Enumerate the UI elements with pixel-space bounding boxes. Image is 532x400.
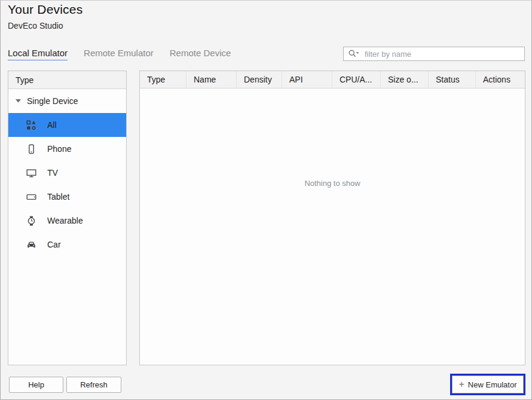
search-icon: [348, 49, 360, 59]
sidebar-item-wearable[interactable]: Wearable: [8, 209, 126, 233]
sidebar-item-label: Wearable: [47, 216, 83, 225]
sidebar-item-label: Car: [47, 240, 61, 249]
new-emulator-focus-ring: + New Emulator: [450, 374, 525, 395]
column-header-size[interactable]: Size o...: [381, 71, 429, 88]
tree-group-label: Single Device: [27, 96, 78, 106]
type-column-header: Type: [8, 71, 126, 89]
sidebar-item-tablet[interactable]: Tablet: [8, 185, 126, 209]
column-header-status[interactable]: Status: [429, 71, 476, 88]
car-icon: [26, 240, 36, 250]
new-emulator-label: New Emulator: [468, 380, 517, 389]
device-table-panel: Type Name Density API CPU/A... Size o...…: [139, 71, 525, 365]
sidebar-item-phone[interactable]: Phone: [8, 137, 126, 161]
sidebar-item-label: TV: [47, 168, 58, 178]
new-emulator-button[interactable]: + New Emulator: [452, 375, 524, 393]
sidebar-item-label: All: [47, 120, 57, 130]
sidebar-item-all[interactable]: All: [8, 113, 126, 137]
tab-local-emulator[interactable]: Local Emulator: [8, 48, 68, 60]
column-header-type[interactable]: Type: [140, 71, 186, 88]
plus-icon: +: [459, 380, 464, 389]
filter-by-name-input[interactable]: [360, 47, 524, 60]
tab-bar: Local Emulator Remote Emulator Remote De…: [8, 48, 231, 60]
tab-remote-device[interactable]: Remote Device: [170, 48, 231, 60]
wearable-icon: [26, 216, 36, 226]
column-header-cpu-abi[interactable]: CPU/A...: [332, 71, 381, 88]
page-subtitle: DevEco Studio: [8, 21, 63, 30]
table-header-row: Type Name Density API CPU/A... Size o...…: [140, 71, 525, 88]
sidebar-item-label: Tablet: [47, 192, 69, 201]
empty-table-message: Nothing to show: [140, 179, 525, 188]
your-devices-dialog: Your Devices DevEco Studio Local Emulato…: [0, 0, 532, 400]
chevron-down-icon[interactable]: [16, 99, 22, 103]
phone-icon: [26, 144, 36, 154]
help-button[interactable]: Help: [9, 377, 63, 393]
filter-search-box: [343, 47, 525, 61]
tree-group-single-device[interactable]: Single Device: [8, 89, 126, 113]
refresh-button[interactable]: Refresh: [66, 377, 121, 393]
tab-remote-emulator[interactable]: Remote Emulator: [84, 48, 154, 60]
tv-icon: [26, 168, 36, 178]
column-header-actions[interactable]: Actions: [476, 71, 525, 88]
sidebar-item-label: Phone: [47, 144, 71, 154]
column-header-api[interactable]: API: [282, 71, 332, 88]
column-header-name[interactable]: Name: [186, 71, 237, 88]
page-title: Your Devices: [8, 2, 82, 17]
sidebar-item-tv[interactable]: TV: [8, 161, 126, 185]
device-type-panel: Type Single Device All: [8, 71, 127, 365]
tablet-icon: [26, 192, 36, 202]
all-devices-icon: [26, 120, 36, 130]
sidebar-item-car[interactable]: Car: [8, 233, 126, 257]
column-header-density[interactable]: Density: [237, 71, 282, 88]
